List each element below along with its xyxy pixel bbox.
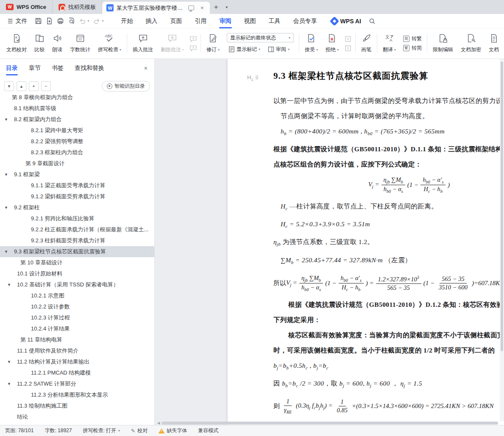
- toc-item[interactable]: 8.1 结构抗震等级: [0, 103, 154, 114]
- tab-toc[interactable]: 目录: [6, 59, 18, 78]
- print-preview-button[interactable]: [67, 16, 77, 26]
- close-sidebar-icon[interactable]: ×: [144, 65, 148, 72]
- redo-caret-icon[interactable]: ▾: [102, 19, 104, 23]
- toc-item[interactable]: 10.2.1 示意图: [0, 290, 154, 301]
- vertical-scrollbar[interactable]: [500, 59, 504, 421]
- heading-level-marker[interactable]: H1 ⠿: [247, 74, 258, 82]
- toc-item[interactable]: 第 8 章横向框架内力组合: [0, 92, 154, 103]
- to-traditional-button[interactable]: 简 转繁: [403, 35, 422, 42]
- toc-item[interactable]: 9.2.2 柱正截面承载力计算（根据最新《混凝土...: [0, 224, 154, 235]
- spellcheck-status[interactable]: 拼写检查: 打开▾: [83, 427, 120, 434]
- next-comment-icon[interactable]: [189, 45, 197, 52]
- drag-handle-icon[interactable]: ⠿: [255, 75, 258, 81]
- compatibility-mode[interactable]: 兼容模式: [198, 427, 218, 434]
- toc-item[interactable]: ▼9.2 框架柱: [0, 202, 154, 213]
- document-permission-button[interactable]: 文档: [485, 30, 503, 57]
- close-tab-icon[interactable]: ×: [199, 4, 206, 12]
- translate-button[interactable]: 文A 翻译▾: [379, 30, 400, 57]
- previous-revision-icon[interactable]: [344, 36, 352, 42]
- accept-revision-button[interactable]: 接受▾: [301, 30, 322, 57]
- restrict-editing-button[interactable]: 限制编辑: [429, 30, 457, 57]
- insert-comment-button[interactable]: 插入批注: [129, 30, 157, 57]
- toc-collapse-level-button[interactable]: ▴: [17, 81, 26, 91]
- tab-member[interactable]: 会员专享: [287, 14, 323, 28]
- toc-item[interactable]: 第 10 章基础设计: [0, 257, 154, 268]
- toc-item[interactable]: ▼8.2 框架梁内力组合: [0, 114, 154, 125]
- tab-review[interactable]: 审阅: [213, 14, 238, 28]
- toc-item[interactable]: 10.2.3 计算过程: [0, 312, 154, 323]
- new-tab-button[interactable]: +: [210, 3, 223, 11]
- toc-item[interactable]: 10.1 设计原始材料: [0, 268, 154, 279]
- reject-revision-button[interactable]: 拒绝▾: [322, 30, 342, 57]
- toc-item[interactable]: ▼11.2.2 SATWE 计算部分: [0, 378, 154, 389]
- scroll-left-icon[interactable]: ◀: [157, 421, 160, 425]
- missing-font-warning[interactable]: 缺失字体: [159, 427, 187, 434]
- encrypt-document-button[interactable]: 文档加密: [457, 30, 485, 57]
- tab-find-replace[interactable]: 查找和替换: [75, 59, 104, 78]
- tab-chapters[interactable]: 章节: [29, 59, 41, 78]
- wps-home-tab[interactable]: W WPS Office: [0, 0, 53, 14]
- toc-item[interactable]: ▼11.2 结构计算及计算结果输出: [0, 356, 154, 367]
- spell-check-button[interactable]: ABC 拼写检查▾: [94, 30, 125, 57]
- undo-caret-icon[interactable]: ▾: [88, 19, 89, 23]
- toc-item[interactable]: 9.2.1 剪跨比和轴压比验算: [0, 213, 154, 224]
- search-icon[interactable]: [367, 16, 377, 26]
- page-indicator[interactable]: 页面: 78/101: [5, 427, 33, 434]
- word-count-indicator[interactable]: 字数: 18927: [45, 427, 72, 434]
- toc-expand-level-button[interactable]: ▾: [4, 81, 14, 91]
- collapse-arrow-icon[interactable]: ▼: [4, 206, 8, 210]
- toc-item[interactable]: 8.2.2 梁强剪弱弯调整: [0, 136, 154, 147]
- document-tab[interactable]: W 某大学五层实验楼教学楼建筑... ×: [102, 2, 210, 14]
- toc-item[interactable]: 第 11 章结构电算: [0, 334, 154, 345]
- ink-brush-button[interactable]: 画笔: [357, 30, 375, 57]
- vertical-scrollbar-thumb[interactable]: [501, 61, 503, 351]
- toc-item[interactable]: 8.2.1 梁跨中最大弯矩: [0, 125, 154, 136]
- review-pane-button[interactable]: 审阅▾: [266, 44, 291, 54]
- export-pdf-button[interactable]: [45, 16, 55, 26]
- toc-item[interactable]: 8.2.3 框架柱内力组合: [0, 147, 154, 158]
- horizontal-scrollbar[interactable]: ◀: [157, 421, 498, 425]
- collapse-arrow-icon[interactable]: ▼: [7, 382, 11, 386]
- save-button[interactable]: [33, 16, 44, 26]
- file-menu-button[interactable]: ☰ 文件: [4, 17, 31, 25]
- toc-item[interactable]: 第 9 章截面设计: [0, 158, 154, 169]
- next-revision-icon[interactable]: [344, 45, 352, 52]
- tab-bookmarks[interactable]: 书签: [52, 59, 64, 78]
- toc-item[interactable]: ▼9.3 框架梁柱节点核芯区截面抗震验算: [0, 246, 154, 257]
- proofread-status[interactable]: ✎校对: [131, 427, 148, 434]
- tab-reference[interactable]: 引用: [189, 14, 213, 28]
- toc-item[interactable]: 10.2.2 设计参数: [0, 301, 154, 312]
- redo-button[interactable]: [92, 16, 102, 26]
- toc-zoom-out-button[interactable]: −: [41, 81, 51, 91]
- word-count-button[interactable]: 12 字数统计: [66, 30, 94, 57]
- show-markup-button[interactable]: 显示标记▾: [227, 44, 262, 54]
- tab-list-caret-icon[interactable]: ▾: [223, 5, 231, 9]
- toc-item[interactable]: 10.2.4 计算结果: [0, 323, 154, 334]
- tab-page[interactable]: 页面: [164, 14, 189, 28]
- read-aloud-button[interactable]: 朗读: [48, 30, 66, 57]
- print-button[interactable]: [56, 16, 66, 26]
- compare-button[interactable]: 比较: [31, 30, 48, 57]
- toc-item[interactable]: 9.1.2 梁斜截面受剪承载力计算: [0, 191, 154, 202]
- delete-comment-button[interactable]: 删除批注▾: [157, 30, 188, 57]
- document-page[interactable]: H1 ⠿ 9.3 框架梁柱节点核芯区截面抗震验算以第一层中节点为例，由于节点两侧…: [228, 59, 504, 425]
- tab-view[interactable]: 视图: [238, 14, 262, 28]
- docer-template-tab[interactable]: 找稻壳模板: [53, 0, 102, 14]
- toc-item[interactable]: 结论: [0, 411, 154, 422]
- tab-tools[interactable]: 工具: [262, 14, 287, 28]
- markup-state-select[interactable]: 显示标记的最终状态▾: [227, 33, 294, 42]
- toc-item[interactable]: 9.2.3 柱斜截面受剪承载力计算: [0, 235, 154, 246]
- smart-toc-button[interactable]: 智能识别目录: [102, 81, 150, 92]
- toc-item[interactable]: ▼9.1 框架梁: [0, 169, 154, 180]
- toc-item[interactable]: 11.1 使用软件及软件简介: [0, 345, 154, 356]
- collapse-arrow-icon[interactable]: ▼: [7, 283, 11, 287]
- to-simplified-button[interactable]: 繁 转简: [403, 44, 422, 52]
- collapse-arrow-icon[interactable]: ▼: [7, 360, 11, 364]
- undo-button[interactable]: [78, 16, 88, 26]
- collapse-arrow-icon[interactable]: ▼: [4, 117, 8, 122]
- toc-item[interactable]: 11.2.3 分析结果图形和文本显示: [0, 389, 154, 400]
- toc-item[interactable]: 9.1.1 梁正截面受弯承载力计算: [0, 180, 154, 191]
- toc-zoom-in-button[interactable]: +: [29, 81, 39, 91]
- toc-item[interactable]: 11.3 绘制结构施工图: [0, 400, 154, 411]
- collapse-arrow-icon[interactable]: ▼: [4, 250, 8, 254]
